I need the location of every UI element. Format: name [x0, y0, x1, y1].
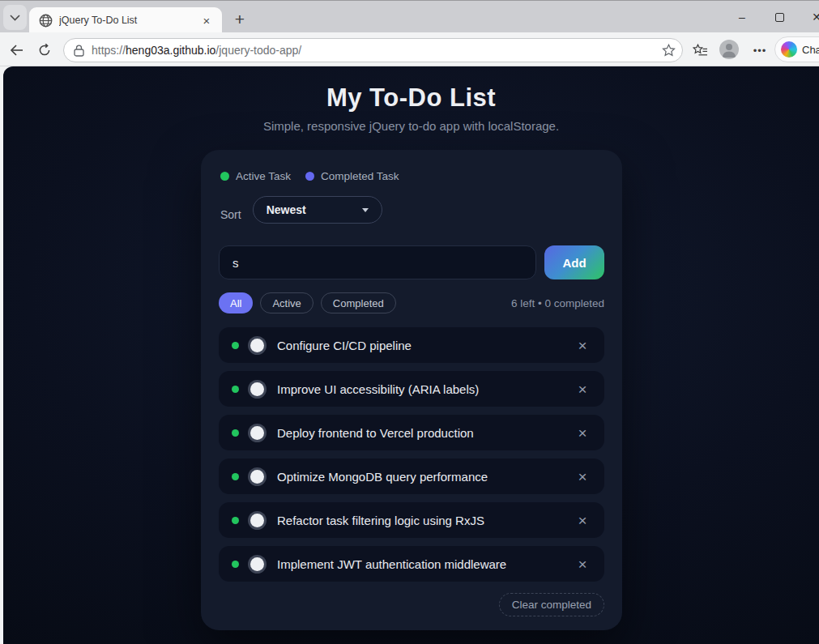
task-row: Deploy frontend to Vercel production × — [219, 415, 604, 450]
todo-card: Active Task Completed Task Sort Newest A… — [201, 150, 622, 630]
url-text: https://heng03a.github.io/jquery-todo-ap… — [92, 44, 662, 57]
url-path: /jquery-todo-app/ — [215, 44, 301, 57]
filter-all[interactable]: All — [219, 292, 253, 313]
profile-avatar[interactable] — [719, 40, 739, 59]
add-button[interactable]: Add — [544, 245, 604, 279]
completed-dot-icon — [305, 172, 314, 181]
chevron-down-icon — [362, 208, 369, 212]
task-label: Configure CI/CD pipeline — [277, 339, 574, 352]
input-row: Add — [219, 245, 604, 279]
legend-item-completed: Completed Task — [305, 170, 399, 182]
favorite-star-button[interactable] — [662, 44, 676, 57]
task-row: Configure CI/CD pipeline × — [219, 327, 604, 363]
maximize-icon — [775, 13, 784, 22]
new-tab-button[interactable]: + — [229, 9, 250, 30]
back-button[interactable] — [5, 39, 28, 62]
task-list: Configure CI/CD pipeline × Improve UI ac… — [219, 327, 604, 582]
copilot-button[interactable]: Cha — [774, 36, 819, 62]
status-counter: 6 left • 0 completed — [511, 297, 604, 309]
chevron-down-icon — [10, 15, 20, 21]
url-host: heng03a.github.io — [126, 44, 215, 57]
page-title: My To-Do List — [3, 83, 819, 113]
active-dot-icon — [232, 517, 239, 524]
lock-icon — [74, 45, 84, 57]
active-dot-icon — [232, 473, 239, 480]
globe-favicon-icon — [39, 14, 53, 28]
tab-search-button[interactable] — [3, 5, 27, 30]
minimize-button[interactable]: – — [723, 1, 761, 33]
delete-task-icon[interactable]: × — [574, 382, 591, 397]
clear-completed-button[interactable]: Clear completed — [499, 593, 604, 616]
task-label: Optimize MongoDB query performance — [277, 470, 574, 484]
task-label: Implement JWT authentication middleware — [277, 557, 574, 571]
card-footer: Clear completed — [219, 593, 604, 616]
legend-label: Active Task — [236, 170, 291, 182]
task-row: Optimize MongoDB query performance × — [219, 458, 604, 494]
active-dot-icon — [232, 342, 239, 349]
back-arrow-icon — [10, 45, 23, 56]
url-scheme: https:// — [92, 44, 126, 57]
task-row: Improve UI accessibility (ARIA labels) × — [219, 371, 604, 407]
settings-menu-button[interactable]: ••• — [750, 40, 770, 61]
filter-completed[interactable]: Completed — [321, 292, 396, 313]
task-label: Deploy frontend to Vercel production — [277, 426, 574, 440]
legend-label: Completed Task — [321, 170, 399, 182]
task-label: Improve UI accessibility (ARIA labels) — [277, 382, 574, 396]
favorites-bar-button[interactable] — [689, 40, 710, 61]
active-dot-icon — [232, 386, 239, 393]
filter-row: All Active Completed 6 left • 0 complete… — [219, 292, 604, 313]
copilot-icon — [781, 41, 797, 58]
sort-row: Sort Newest — [219, 196, 604, 224]
task-row: Refactor task filtering logic using RxJS… — [219, 502, 604, 538]
browser-tab[interactable]: jQuery To-Do List × — [29, 7, 222, 33]
legend-item-active: Active Task — [220, 170, 291, 182]
star-icon — [662, 44, 676, 57]
tab-strip: jQuery To-Do List × + – ✕ — [0, 0, 819, 32]
sort-label: Sort — [220, 208, 241, 224]
refresh-icon — [38, 44, 51, 57]
task-checkbox[interactable] — [250, 426, 264, 440]
delete-task-icon[interactable]: × — [574, 338, 591, 353]
delete-task-icon[interactable]: × — [574, 513, 591, 528]
filter-active[interactable]: Active — [260, 292, 313, 313]
task-label: Refactor task filtering logic using RxJS — [277, 514, 574, 527]
maximize-button[interactable] — [761, 1, 798, 33]
copilot-label: Cha — [802, 44, 819, 56]
active-dot-icon — [220, 172, 229, 181]
task-checkbox[interactable] — [250, 382, 264, 396]
web-content: My To-Do List Simple, responsive jQuery … — [3, 66, 819, 644]
page-subtitle: Simple, responsive jQuery to-do app with… — [3, 119, 819, 133]
tab-close-icon[interactable]: × — [199, 13, 214, 28]
new-task-input[interactable] — [219, 245, 536, 279]
delete-task-icon[interactable]: × — [574, 469, 591, 484]
window-controls: – ✕ — [723, 1, 819, 33]
sort-select[interactable]: Newest — [253, 196, 382, 224]
active-dot-icon — [232, 429, 239, 437]
task-checkbox[interactable] — [250, 557, 264, 571]
delete-task-icon[interactable]: × — [574, 425, 591, 441]
browser-toolbar: https://heng03a.github.io/jquery-todo-ap… — [0, 32, 819, 66]
legend: Active Task Completed Task — [219, 168, 604, 184]
task-row: Implement JWT authentication middleware … — [219, 546, 604, 582]
task-checkbox[interactable] — [250, 339, 264, 352]
person-icon — [719, 40, 739, 59]
favorites-list-icon — [693, 44, 708, 57]
delete-task-icon[interactable]: × — [574, 557, 591, 572]
sort-selected-value: Newest — [267, 203, 306, 216]
active-dot-icon — [232, 561, 239, 568]
close-button[interactable]: ✕ — [798, 1, 819, 33]
address-bar[interactable]: https://heng03a.github.io/jquery-todo-ap… — [63, 38, 683, 62]
refresh-button[interactable] — [33, 39, 56, 62]
tab-title: jQuery To-Do List — [59, 15, 199, 26]
task-checkbox[interactable] — [250, 514, 264, 527]
task-checkbox[interactable] — [250, 470, 264, 484]
